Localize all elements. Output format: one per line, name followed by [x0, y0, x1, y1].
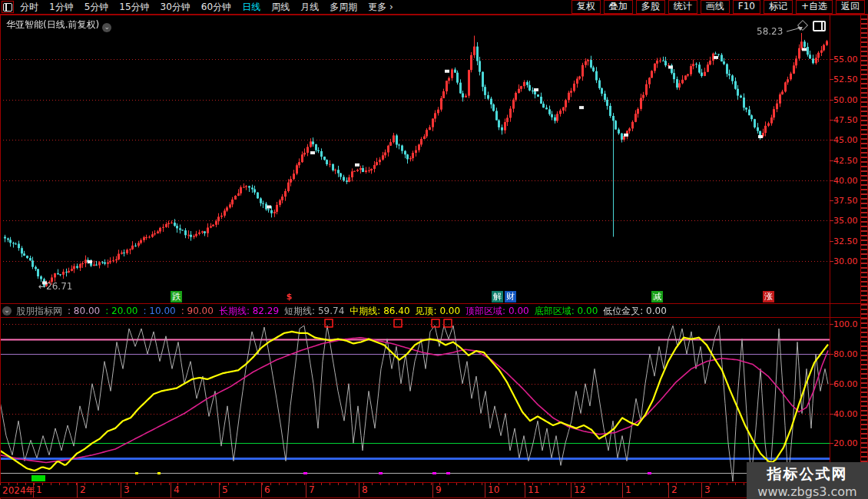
site-watermark-name: 指标公式网 — [747, 464, 868, 484]
oscillator-chart[interactable] — [0, 318, 830, 482]
period-tab-8[interactable]: 月线 — [300, 1, 319, 14]
action-button-6[interactable]: 标记 — [764, 0, 793, 14]
high-price-value: 58.23 — [757, 26, 783, 37]
watermark-glyph-0: 跌 — [171, 291, 182, 302]
month-separator — [171, 482, 171, 497]
axis-tick — [830, 79, 833, 80]
site-watermark-url: www.zbgs3.com — [747, 484, 868, 499]
axis-tick — [830, 414, 833, 415]
indicator-chevron-icon[interactable]: ⌄ — [2, 306, 12, 316]
month-separator — [306, 482, 306, 497]
date-axis-top-border — [0, 482, 868, 483]
price-axis-label: 32.50 — [833, 236, 858, 246]
instrument-title: 华亚智能(日线.前复权) — [6, 19, 99, 30]
month-separator — [219, 482, 220, 497]
month-separator — [525, 482, 525, 497]
month-label: 6 — [264, 484, 270, 495]
indicator-top-border — [0, 317, 868, 318]
window-icon — [3, 3, 12, 12]
axis-tick — [830, 160, 833, 161]
arrow-icon — [786, 25, 806, 34]
period-tabs: 分时1分钟5分钟15分钟30分钟60分钟日线周线月线多周期更多 › — [20, 1, 393, 14]
month-separator — [622, 482, 623, 497]
candlestick-chart[interactable] — [0, 15, 830, 304]
price-axis-label: 45.00 — [833, 135, 858, 145]
action-button-5[interactable]: F10 — [733, 0, 760, 14]
month-label: 12 — [574, 484, 585, 495]
month-label: 1 — [625, 484, 631, 495]
site-watermark: 指标公式网 www.zbgs3.com — [747, 462, 868, 499]
month-separator — [485, 482, 485, 497]
price-axis-label: 37.50 — [833, 196, 858, 206]
action-button-0[interactable]: 复权 — [571, 0, 601, 14]
top-toolbar: 分时1分钟5分钟15分钟30分钟60分钟日线周线月线多周期更多 › 复权叠加多股… — [0, 0, 868, 15]
period-tab-6[interactable]: 日线 — [242, 1, 260, 14]
period-tab-5[interactable]: 60分钟 — [201, 1, 231, 14]
oscillator-axis-label: 80.00 — [833, 349, 858, 359]
axis-tick — [830, 180, 833, 181]
month-separator — [668, 482, 669, 497]
month-separator — [432, 482, 433, 497]
high-price-annotation: 58.23 — [757, 25, 806, 37]
month-label: 2 — [80, 484, 86, 495]
stock-app-window: 分时1分钟5分钟15分钟30分钟60分钟日线周线月线多周期更多 › 复权叠加多股… — [0, 0, 868, 499]
chevron-down-icon[interactable]: ⌄ — [102, 23, 111, 32]
action-button-2[interactable]: 多股 — [636, 0, 665, 14]
axis-tick — [830, 220, 833, 221]
price-axis-label: 42.50 — [833, 156, 858, 166]
oscillator-axis-label: 60.00 — [833, 379, 858, 389]
indicator-segment-0: 股朋指标网 — [16, 306, 62, 316]
axis-divider-line — [830, 15, 830, 497]
oscillator-axis-label: 100.0 — [833, 319, 858, 329]
axis-tick — [830, 354, 833, 355]
axis-tick — [830, 443, 833, 444]
left-border-line — [0, 15, 1, 499]
indicator-segment-11: 低位金叉: 0.00 — [603, 306, 667, 316]
period-tab-7[interactable]: 周线 — [271, 1, 290, 14]
month-separator — [701, 482, 702, 497]
panel-layout-icon[interactable] — [813, 21, 826, 31]
action-button-1[interactable]: 叠加 — [604, 0, 633, 14]
axis-tick — [830, 324, 833, 325]
date-axis-bottom-border — [0, 497, 868, 498]
sidebar-toggle-button[interactable] — [2, 1, 14, 13]
axis-tick — [830, 59, 833, 60]
action-button-8[interactable]: 返回 — [836, 0, 865, 14]
indicator-segment-2: : 20.00 — [105, 306, 137, 316]
indicator-segment-3: : 10.00 — [143, 306, 175, 316]
mini-scrollbar-strip[interactable] — [861, 15, 867, 499]
axis-tick — [830, 384, 833, 385]
month-separator — [571, 482, 571, 497]
date-axis[interactable]: 2024年 123456789101112123 — [0, 482, 830, 497]
indicator-header: ⌄ 股朋指标网: 80.00: 20.00: 10.00: 90.00长期线: … — [0, 305, 830, 317]
indicator-segment-5: 长期线: 82.29 — [219, 306, 279, 316]
action-button-4[interactable]: 画线 — [701, 0, 730, 14]
month-label: 7 — [309, 484, 315, 495]
indicator-segment-4: : 90.00 — [181, 306, 214, 316]
indicator-segment-7: 中期线: 86.40 — [350, 306, 409, 316]
period-tab-3[interactable]: 15分钟 — [119, 1, 149, 14]
more-menu[interactable]: 更多 › — [368, 1, 393, 14]
month-separator — [359, 482, 359, 497]
month-label: 3 — [124, 484, 130, 495]
action-button-3[interactable]: 统计 — [668, 0, 697, 14]
axis-tick — [830, 140, 833, 140]
watermark-glyph-2: 解 — [492, 291, 503, 302]
month-label: 3 — [704, 484, 711, 495]
period-tab-1[interactable]: 1分钟 — [49, 1, 74, 14]
year-label: 2024年 — [2, 484, 35, 497]
oscillator-axis-label: 20.00 — [833, 438, 858, 448]
axis-tick — [830, 241, 833, 242]
period-tab-4[interactable]: 30分钟 — [161, 1, 190, 14]
month-label: 5 — [222, 484, 228, 495]
period-tab-2[interactable]: 5分钟 — [84, 1, 109, 14]
price-axis-label: 55.00 — [833, 55, 858, 64]
axis-tick — [830, 120, 833, 121]
period-tab-9[interactable]: 多周期 — [330, 1, 357, 14]
panel-separator-line — [0, 303, 868, 304]
action-button-7[interactable]: +自选 — [796, 0, 833, 14]
period-tab-0[interactable]: 分时 — [20, 1, 38, 14]
price-axis-label: 52.50 — [833, 74, 858, 84]
watermark-glyph-3: 财 — [505, 291, 516, 302]
month-label: 4 — [174, 484, 180, 495]
